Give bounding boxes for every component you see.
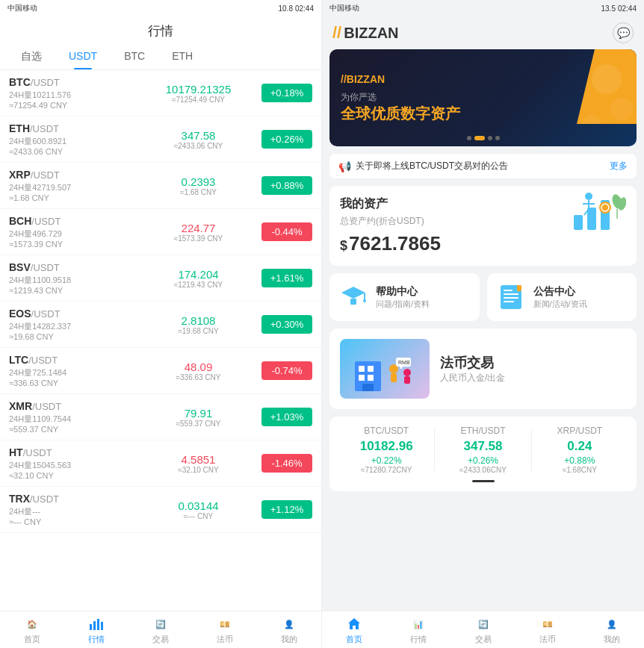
dot-4 xyxy=(495,136,500,140)
table-row[interactable]: LTC/USDT 24H量725.1484≈336.63 CNY 48.09 ≈… xyxy=(0,348,321,394)
nav-trade-right[interactable]: 🔄 交易 xyxy=(451,616,515,645)
cards-row: 帮助中心 问题/指南/资料 公告中心 新闻/活动/资讯 xyxy=(329,273,637,321)
announcement-bar[interactable]: 📢 关于即将上线BTC/USDT交易对的公告 更多 xyxy=(329,154,637,178)
time-left: 02:44 xyxy=(295,4,314,13)
nav-label-home-left: 首页 xyxy=(24,634,40,645)
tabs-row: 自选 USDT BTC ETH xyxy=(0,44,321,70)
tab-usdt[interactable]: USDT xyxy=(55,44,111,69)
pair-name-eth: ETH/USDT xyxy=(9,122,135,134)
pair-vol-eth: 24H量600.8921≈2433.06 CNY xyxy=(9,136,135,156)
table-row[interactable]: ETH/USDT 24H量600.8921≈2433.06 CNY 347.58… xyxy=(0,116,321,163)
nav-profile-right[interactable]: 👤 我的 xyxy=(580,616,644,645)
nav-fiat-left[interactable]: 💴 法币 xyxy=(193,616,257,645)
tab-btc[interactable]: BTC xyxy=(111,44,158,69)
svg-rect-21 xyxy=(350,299,356,305)
announcement-more[interactable]: 更多 xyxy=(610,160,628,172)
assets-section[interactable]: 我的资产 总资产约(折合USDT) $ 7621.7865 xyxy=(329,186,637,266)
svg-rect-1 xyxy=(93,621,96,630)
fiat-sub: 人民币入金/出金 xyxy=(440,372,505,384)
mini-col-xrp[interactable]: XRP/USDT 0.24 +0.88% ≈1.68CNY xyxy=(532,426,628,474)
mini-cny-eth: ≈2433.06CNY xyxy=(435,466,530,474)
svg-text:RMB: RMB xyxy=(398,360,410,365)
table-row[interactable]: HT/USDT 24H量15045.563≈32.10 CNY 4.5851 ≈… xyxy=(0,440,321,487)
nav-label-trade-right: 交易 xyxy=(475,634,492,645)
table-row[interactable]: BSV/USDT 24H量1100.9518≈1219.43 CNY 174.2… xyxy=(0,255,321,302)
nav-label-market-left: 行情 xyxy=(88,634,105,645)
dot-2 xyxy=(474,136,485,140)
logo-slash: // xyxy=(332,23,341,43)
price-btc: 10179.21325 ≈71254.49 CNY xyxy=(135,83,261,104)
trade-icon-right: 🔄 xyxy=(475,616,492,632)
svg-rect-33 xyxy=(359,375,365,381)
table-row[interactable]: BTC/USDT 24H量10211.576≈71254.49 CNY 1017… xyxy=(0,70,321,116)
status-bar-right: 中国移动 13.5 02:44 xyxy=(322,0,644,16)
table-row[interactable]: XMR/USDT 24H量1109.7544≈559.37 CNY 79.91 … xyxy=(0,394,321,440)
help-center-card[interactable]: 帮助中心 问题/指南/资料 xyxy=(329,273,480,321)
help-center-sub: 问题/指南/资料 xyxy=(376,299,430,310)
table-row[interactable]: XRP/USDT 24H量42719.507≈1.68 CNY 0.2393 ≈… xyxy=(0,163,321,209)
pair-vol-xrp: 24H量42719.507≈1.68 CNY xyxy=(9,182,135,202)
bottom-nav-left: 🏠 首页 行情 🔄 交易 💴 法币 👤 我的 xyxy=(0,611,321,648)
nav-label-home-right: 首页 xyxy=(346,634,362,645)
svg-rect-37 xyxy=(391,373,397,382)
pair-vol-ht: 24H量15045.563≈32.10 CNY xyxy=(9,460,135,480)
assets-value: $ 7621.7865 xyxy=(340,232,566,255)
svg-point-6 xyxy=(583,115,601,133)
mini-pair-btc: BTC/USDT xyxy=(338,426,434,436)
pair-vol-trx: 24H量---≈--- CNY xyxy=(9,506,135,526)
table-row[interactable]: TRX/USDT 24H量---≈--- CNY 0.03144 ≈--- CN… xyxy=(0,487,321,533)
svg-rect-28 xyxy=(504,301,514,302)
svg-point-23 xyxy=(363,299,366,302)
svg-rect-31 xyxy=(359,366,365,372)
svg-rect-26 xyxy=(504,293,518,295)
svg-point-12 xyxy=(585,193,592,200)
svg-marker-41 xyxy=(400,367,403,370)
mini-change-btc: +0.22% xyxy=(338,455,434,466)
change-trx: +1.12% xyxy=(261,500,312,519)
assets-amount: 7621.7865 xyxy=(349,232,441,255)
price-bsv: 174.204 ≈1219.43 CNY xyxy=(135,268,261,289)
banner[interactable]: //BIZZAN 为你严选 全球优质数字资产 xyxy=(329,49,637,146)
pair-name-xrp: XRP/USDT xyxy=(9,169,135,181)
pair-info-bch: BCH/USDT 24H量496.729≈1573.39 CNY xyxy=(9,215,135,249)
svg-rect-27 xyxy=(504,297,518,299)
banner-shape xyxy=(577,49,637,124)
tab-eth[interactable]: ETH xyxy=(158,44,206,69)
nav-trade-left[interactable]: 🔄 交易 xyxy=(129,616,193,645)
change-xrp: +0.88% xyxy=(261,176,312,195)
mini-pair-eth: ETH/USDT xyxy=(435,426,530,436)
fiat-section[interactable]: RMB 法币交易 人民币入金/出金 xyxy=(329,328,637,409)
table-row[interactable]: EOS/USDT 24H量14282.337≈19.68 CNY 2.8108 … xyxy=(0,302,321,348)
nav-label-trade-left: 交易 xyxy=(152,634,169,645)
svg-rect-32 xyxy=(368,366,374,372)
svg-marker-20 xyxy=(341,287,365,299)
pair-vol-bch: 24H量496.729≈1573.39 CNY xyxy=(9,228,135,249)
price-ht: 4.5851 ≈32.10 CNY xyxy=(135,453,261,474)
dot-1 xyxy=(467,136,471,140)
price-bch: 224.77 ≈1573.39 CNY xyxy=(135,222,261,243)
price-eos: 2.8108 ≈19.68 CNY xyxy=(135,314,261,335)
svg-rect-22 xyxy=(364,293,365,300)
banner-dots xyxy=(467,136,500,140)
nav-home-right[interactable]: 首页 xyxy=(322,616,386,645)
pair-vol-eos: 24H量14282.337≈19.68 CNY xyxy=(9,321,135,341)
mini-col-btc[interactable]: BTC/USDT 10182.96 +0.22% ≈71280.72CNY xyxy=(338,426,434,474)
announcement-text: 关于即将上线BTC/USDT交易对的公告 xyxy=(356,160,610,172)
nav-market-left[interactable]: 行情 xyxy=(64,616,129,645)
mini-col-eth[interactable]: ETH/USDT 347.58 +0.26% ≈2433.06CNY xyxy=(435,426,530,474)
price-trx: 0.03144 ≈--- CNY xyxy=(135,499,261,520)
carrier-left: 中国移动 xyxy=(7,3,37,13)
pair-info-eos: EOS/USDT 24H量14282.337≈19.68 CNY xyxy=(9,308,135,341)
nav-fiat-right[interactable]: 💴 法币 xyxy=(515,616,580,645)
price-xrp: 0.2393 ≈1.68 CNY xyxy=(135,175,261,196)
chat-icon[interactable]: 💬 xyxy=(613,22,634,43)
mini-change-eth: +0.26% xyxy=(435,455,530,466)
nav-home-left[interactable]: 🏠 首页 xyxy=(0,616,64,645)
pair-name-xmr: XMR/USDT xyxy=(9,400,135,412)
table-row[interactable]: BCH/USDT 24H量496.729≈1573.39 CNY 224.77 … xyxy=(0,209,321,255)
tab-favorites[interactable]: 自选 xyxy=(7,44,55,69)
nav-profile-left[interactable]: 👤 我的 xyxy=(257,616,321,645)
announcement-center-card[interactable]: 公告中心 新闻/活动/资讯 xyxy=(487,273,637,321)
nav-market-right[interactable]: 📊 行情 xyxy=(386,616,451,645)
market-list: BTC/USDT 24H量10211.576≈71254.49 CNY 1017… xyxy=(0,70,321,611)
